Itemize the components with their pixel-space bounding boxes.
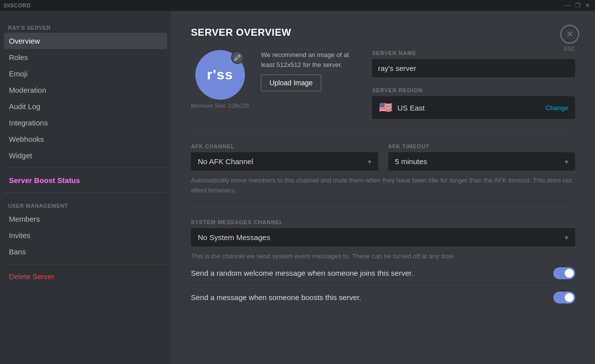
chevron-down-icon: ▾ [565,158,568,166]
afk-channel-dropdown[interactable]: No AFK Channel ▾ [191,152,378,171]
afk-row: AFK CHANNEL No AFK Channel ▾ AFK TIMEOUT… [191,143,575,171]
overview-top-row: r'ss Minimum Size: 128x128 We recommend … [191,50,575,119]
avatar-edit-button[interactable] [231,51,244,64]
pencil-icon [234,55,240,61]
main-content: ✕ ESC SERVER OVERVIEW r'ss Minimum Size:… [171,11,595,364]
recommend-text: We recommend an image of at least 512x51… [261,50,360,69]
sidebar-item-webhooks[interactable]: Webhooks [4,131,167,147]
sidebar-item-audit-log[interactable]: Audit Log [4,98,167,115]
sidebar-divider-3 [4,264,167,264]
divider-1 [191,131,575,131]
sidebar-item-boost[interactable]: Server Boost Status [4,172,167,188]
afk-channel-col: AFK CHANNEL No AFK Channel ▾ [191,143,378,171]
avatar-min-size-label: Minimum Size: 128x128 [191,103,249,109]
change-region-button[interactable]: Change [545,104,568,112]
boost-message-toggle[interactable] [553,292,575,303]
server-fields: SERVER NAME SERVER REGION 🇺🇸 US East Cha… [372,50,575,119]
sidebar-item-moderation[interactable]: Moderation [4,82,167,98]
region-selector[interactable]: 🇺🇸 US East Change [372,96,575,119]
afk-channel-label: AFK CHANNEL [191,143,378,149]
sidebar-item-members[interactable]: Members [4,211,167,227]
upload-image-button[interactable]: Upload Image [261,74,321,91]
afk-helper-text: Automatically move members to this chann… [191,176,575,195]
esc-label: ESC [564,46,575,52]
chevron-down-icon: ▾ [565,234,568,242]
server-section-label: RAY'S SERVER [4,21,167,33]
modal-close-button[interactable]: ✕ [560,25,579,44]
afk-timeout-value: 5 minutes [395,157,427,166]
window-controls: — ❐ ✕ [564,2,591,9]
user-management-label: USER MANAGEMENT [4,199,167,211]
sidebar-item-roles[interactable]: Roles [4,49,167,65]
sidebar-item-integrations[interactable]: Integrations [4,115,167,131]
toggle1-text: Send a random welcome message when someo… [191,269,553,277]
sidebar: RAY'S SERVER Overview Roles Emoji Modera… [0,11,171,364]
toggle-row-1: Send a random welcome message when someo… [191,261,575,286]
afk-timeout-label: AFK TIMEOUT [388,143,576,149]
server-name-label: SERVER NAME [372,50,575,56]
system-messages-dropdown[interactable]: No System Messages ▾ [191,228,575,246]
region-name: US East [397,104,424,112]
chevron-down-icon: ▾ [368,158,371,166]
window-close-button[interactable]: ✕ [584,2,591,9]
us-flag-icon: 🇺🇸 [379,101,392,114]
system-messages-label: SYSTEM MESSAGES CHANNEL [191,219,575,225]
welcome-message-toggle[interactable] [553,267,575,279]
system-messages-value: No System Messages [198,233,270,242]
maximize-button[interactable]: ❐ [574,2,581,9]
toggle2-text: Send a message when someone boosts this … [191,293,553,302]
avatar-area: r'ss Minimum Size: 128x128 [191,50,249,109]
minimize-button[interactable]: — [564,2,571,9]
sidebar-item-invites[interactable]: Invites [4,227,167,243]
sidebar-item-emoji[interactable]: Emoji [4,65,167,82]
server-name-field: SERVER NAME [372,50,575,77]
upload-area: We recommend an image of at least 512x51… [261,50,360,91]
titlebar: DISCORD — ❐ ✕ [0,0,595,11]
sidebar-divider-2 [4,192,167,193]
app-title: DISCORD [4,2,31,8]
server-region-label: SERVER REGION [372,87,575,93]
afk-timeout-dropdown[interactable]: 5 minutes ▾ [388,152,576,171]
sidebar-item-overview[interactable]: Overview [4,33,167,49]
afk-channel-value: No AFK Channel [198,157,253,166]
system-helper-text: This is the channel we send system event… [191,251,575,261]
sidebar-divider-1 [4,168,167,168]
sidebar-item-bans[interactable]: Bans [4,243,167,260]
divider-2 [191,207,575,207]
server-region-field: SERVER REGION 🇺🇸 US East Change [372,87,575,119]
sidebar-item-widget[interactable]: Widget [4,147,167,164]
sidebar-item-delete-server[interactable]: Delete Server [4,268,167,285]
server-name-input[interactable] [372,59,575,77]
afk-timeout-col: AFK TIMEOUT 5 minutes ▾ [388,143,576,171]
app-body: RAY'S SERVER Overview Roles Emoji Modera… [0,11,595,364]
avatar-wrapper: r'ss [195,50,245,100]
toggle-row-2: Send a message when someone boosts this … [191,286,575,309]
page-title: SERVER OVERVIEW [191,27,575,38]
